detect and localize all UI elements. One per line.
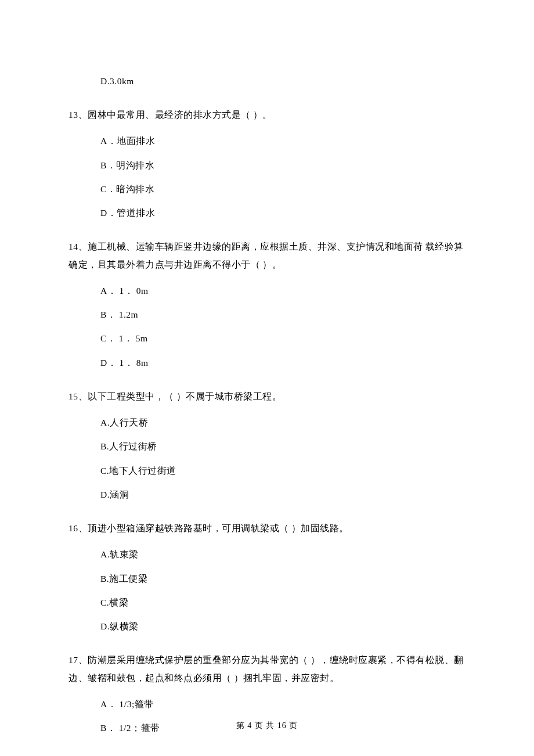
q15-option-c: C.地下人行过街道	[68, 464, 466, 477]
q13-option-d: D．管道排水	[68, 206, 466, 219]
q16-option-d: D.纵横梁	[68, 620, 466, 633]
q15-option-d: D.涵洞	[68, 488, 466, 501]
q13-option-a: A．地面排水	[68, 134, 466, 147]
q15-stem: 15、以下工程类型中，（ ）不属于城市桥梁工程。	[68, 388, 466, 405]
page-footer: 第 4 页 共 16 页	[0, 719, 534, 732]
q14-option-b: B． 1.2m	[68, 308, 466, 321]
q13-option-b: B．明沟排水	[68, 159, 466, 172]
q17-option-a: A． 1/3;箍带	[68, 697, 466, 711]
q13-option-c: C．暗沟排水	[68, 182, 466, 196]
page: D.3.0km 13、园林中最常用、最经济的排水方式是（ ）。 A．地面排水 B…	[0, 0, 534, 756]
q16-option-c: C.横梁	[68, 596, 466, 609]
q15-option-b: B.人行过街桥	[68, 440, 466, 453]
q16-option-b: B.施工便梁	[68, 572, 466, 585]
q15-option-a: A.人行天桥	[68, 416, 466, 429]
q16-stem: 16、顶进小型箱涵穿越铁路路基时，可用调轨梁或（ ）加固线路。	[68, 520, 466, 537]
q14-option-c: C． 1． 5m	[68, 332, 466, 345]
q17-stem: 17、防潮层采用缠绕式保护层的重叠部分应为其带宽的（ ），缠绕时应裹紧，不得有松…	[68, 651, 466, 686]
q12-option-d: D.3.0km	[68, 74, 466, 88]
q16-option-a: A.轨束梁	[68, 548, 466, 561]
q14-option-a: A． 1． 0m	[68, 284, 466, 297]
q14-option-d: D． 1． 8m	[68, 356, 466, 369]
q14-stem: 14、施工机械、运输车辆距竖井边缘的距离，应根据土质、井深、支护情况和地面荷 载…	[68, 238, 466, 273]
q13-stem: 13、园林中最常用、最经济的排水方式是（ ）。	[68, 106, 466, 124]
